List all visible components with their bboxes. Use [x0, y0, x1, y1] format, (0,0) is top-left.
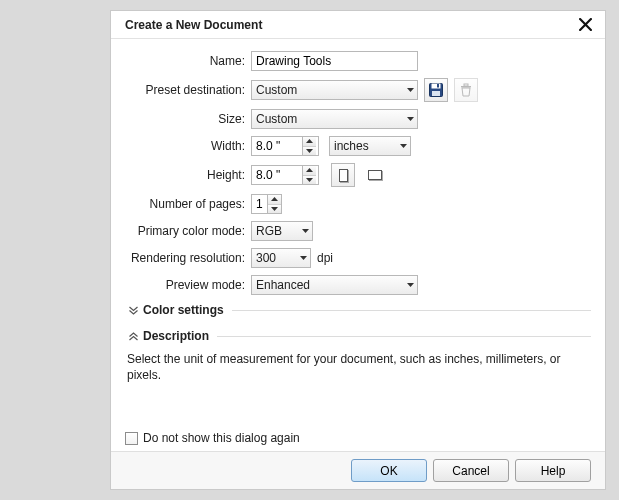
chevron-down-icon — [403, 283, 417, 287]
width-label: Width: — [125, 139, 251, 153]
height-spinner[interactable] — [251, 165, 319, 185]
divider — [217, 336, 591, 337]
height-label: Height: — [125, 168, 251, 182]
pages-label: Number of pages: — [125, 197, 251, 211]
description-text: Select the unit of measurement for your … — [127, 351, 591, 383]
resolution-value: 300 — [256, 251, 276, 265]
color-settings-toggle[interactable] — [125, 306, 141, 315]
height-input[interactable] — [252, 166, 302, 184]
name-input[interactable] — [251, 51, 418, 71]
divider — [232, 310, 591, 311]
do-not-show-checkbox[interactable] — [125, 432, 138, 445]
description-section: Description — [125, 329, 591, 343]
chevron-down-icon — [403, 88, 417, 92]
colormode-label: Primary color mode: — [125, 224, 251, 238]
preset-value: Custom — [256, 83, 297, 97]
double-chevron-up-icon — [129, 332, 138, 341]
units-select[interactable]: inches — [329, 136, 411, 156]
colormode-value: RGB — [256, 224, 282, 238]
preset-select[interactable]: Custom — [251, 80, 418, 100]
close-button[interactable] — [575, 15, 595, 35]
colormode-select[interactable]: RGB — [251, 221, 313, 241]
do-not-show-label: Do not show this dialog again — [143, 431, 300, 445]
double-chevron-down-icon — [129, 306, 138, 315]
save-icon — [429, 83, 443, 97]
chevron-down-icon[interactable] — [303, 176, 316, 185]
color-settings-section: Color settings — [125, 303, 591, 317]
svg-rect-2 — [437, 84, 439, 88]
preset-label: Preset destination: — [125, 83, 251, 97]
chevron-up-icon[interactable] — [303, 166, 316, 176]
new-document-dialog: Create a New Document Name: Preset desti… — [110, 10, 606, 490]
do-not-show-row: Do not show this dialog again — [125, 431, 300, 445]
svg-rect-5 — [464, 84, 468, 86]
description-title: Description — [143, 329, 209, 343]
width-input[interactable] — [252, 137, 302, 155]
chevron-down-icon — [396, 144, 410, 148]
name-label: Name: — [125, 54, 251, 68]
footer: OK Cancel Help — [111, 451, 605, 489]
description-toggle[interactable] — [125, 332, 141, 341]
dpi-label: dpi — [317, 251, 333, 265]
preview-value: Enhanced — [256, 278, 310, 292]
trash-icon — [460, 83, 472, 97]
chevron-down-icon[interactable] — [303, 147, 316, 156]
dialog-title: Create a New Document — [125, 18, 262, 32]
pages-input[interactable] — [252, 195, 267, 213]
dialog-body: Name: Preset destination: Custom Size: C… — [111, 39, 605, 383]
landscape-icon — [368, 170, 382, 180]
preview-select[interactable]: Enhanced — [251, 275, 418, 295]
color-settings-title: Color settings — [143, 303, 224, 317]
pages-spinner[interactable] — [251, 194, 282, 214]
resolution-select[interactable]: 300 — [251, 248, 311, 268]
ok-button[interactable]: OK — [351, 459, 427, 482]
chevron-up-icon[interactable] — [303, 137, 316, 147]
chevron-down-icon[interactable] — [268, 205, 281, 214]
width-spinner[interactable] — [251, 136, 319, 156]
chevron-down-icon — [296, 256, 310, 260]
size-select[interactable]: Custom — [251, 109, 418, 129]
width-spin-buttons[interactable] — [302, 137, 316, 155]
svg-rect-1 — [432, 84, 441, 89]
close-icon — [579, 18, 592, 31]
size-value: Custom — [256, 112, 297, 126]
portrait-icon — [339, 169, 348, 182]
delete-preset-button — [454, 78, 478, 102]
chevron-down-icon — [298, 229, 312, 233]
chevron-down-icon — [403, 117, 417, 121]
size-label: Size: — [125, 112, 251, 126]
orientation-portrait-button[interactable] — [331, 163, 355, 187]
resolution-label: Rendering resolution: — [125, 251, 251, 265]
orientation-landscape-button[interactable] — [363, 163, 387, 187]
svg-rect-3 — [432, 91, 440, 96]
chevron-up-icon[interactable] — [268, 195, 281, 205]
help-button[interactable]: Help — [515, 459, 591, 482]
pages-spin-buttons[interactable] — [267, 195, 281, 213]
preview-label: Preview mode: — [125, 278, 251, 292]
titlebar: Create a New Document — [111, 11, 605, 39]
height-spin-buttons[interactable] — [302, 166, 316, 184]
cancel-button[interactable]: Cancel — [433, 459, 509, 482]
units-value: inches — [334, 139, 369, 153]
save-preset-button[interactable] — [424, 78, 448, 102]
